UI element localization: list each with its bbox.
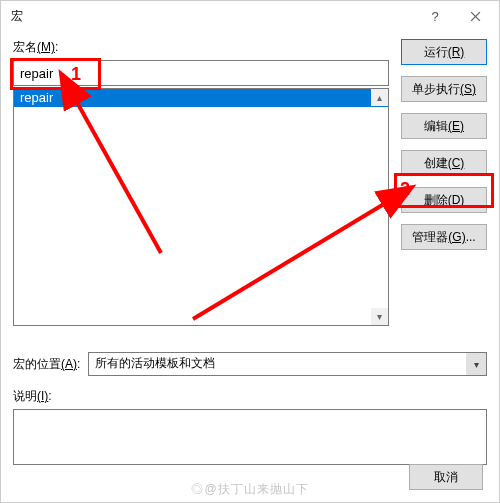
close-icon <box>470 11 481 22</box>
step-button[interactable]: 单步执行(S) <box>401 76 487 102</box>
dialog-footer: 取消 <box>409 464 483 490</box>
left-panel: 宏名(M): repair ▴ ▾ <box>13 39 389 326</box>
chevron-down-icon: ▾ <box>466 353 486 375</box>
description-input[interactable] <box>13 409 487 465</box>
titlebar: 宏 ? <box>1 1 499 31</box>
scroll-up-button[interactable]: ▴ <box>371 89 388 106</box>
content-area: 宏名(M): repair ▴ ▾ 运行(R) 单步执行(S) 编辑(E) 创建… <box>1 31 499 338</box>
button-column: 运行(R) 单步执行(S) 编辑(E) 创建(C) 删除(D) 管理器(G)..… <box>401 39 487 326</box>
edit-button[interactable]: 编辑(E) <box>401 113 487 139</box>
list-item[interactable]: repair <box>14 89 388 107</box>
watermark: ◎@扶丁山来抛山下 <box>191 481 308 498</box>
scroll-down-button[interactable]: ▾ <box>371 308 388 325</box>
macro-dialog: 宏 ? 宏名(M): repair ▴ ▾ 运行(R) <box>0 0 500 503</box>
delete-button[interactable]: 删除(D) <box>401 187 487 213</box>
help-button[interactable]: ? <box>415 3 455 29</box>
macro-name-input[interactable] <box>13 60 389 86</box>
cancel-button[interactable]: 取消 <box>409 464 483 490</box>
description-label: 说明(I): <box>13 388 487 405</box>
close-button[interactable] <box>455 3 495 29</box>
macro-location-label: 宏的位置(A): <box>13 356 80 373</box>
run-button[interactable]: 运行(R) <box>401 39 487 65</box>
lower-panel: 宏的位置(A): 所有的活动模板和文档 ▾ 说明(I): <box>1 352 499 465</box>
create-button[interactable]: 创建(C) <box>401 150 487 176</box>
macro-list[interactable]: repair ▴ ▾ <box>13 88 389 326</box>
macro-name-label: 宏名(M): <box>13 39 389 56</box>
macro-location-value: 所有的活动模板和文档 <box>88 352 487 376</box>
macro-location-select[interactable]: 所有的活动模板和文档 ▾ <box>88 352 487 376</box>
dialog-title: 宏 <box>11 8 415 25</box>
macro-location-row: 宏的位置(A): 所有的活动模板和文档 ▾ <box>13 352 487 376</box>
organizer-button[interactable]: 管理器(G)... <box>401 224 487 250</box>
